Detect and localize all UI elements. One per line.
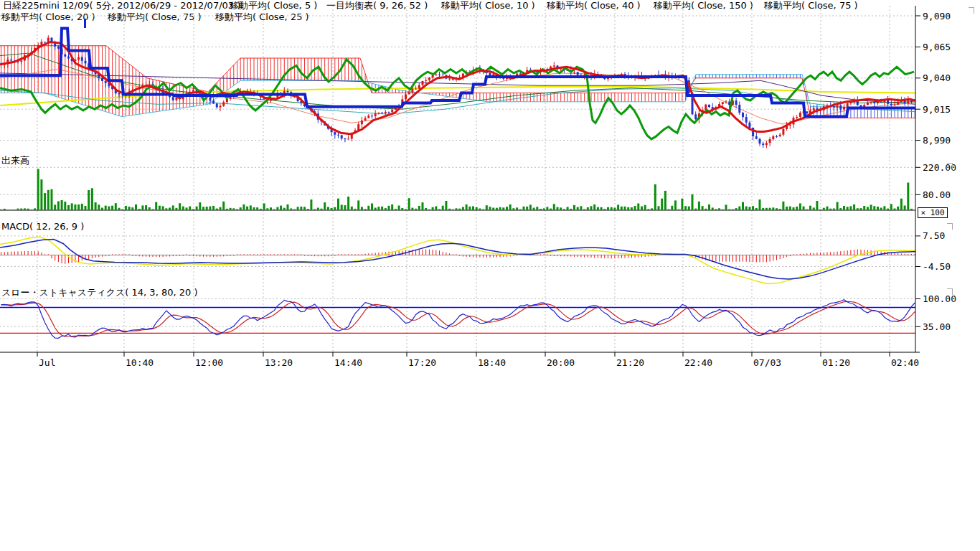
x-axis-label: 21:20 — [616, 357, 644, 368]
pane-corner-mark — [947, 163, 953, 169]
y-axis-label: 100.00 — [923, 293, 956, 304]
x-axis-label: 07/03 — [753, 357, 781, 368]
x-axis-label: 01:20 — [822, 357, 850, 368]
pane-corner-mark — [969, 7, 974, 14]
x-axis-label: 02:40 — [891, 357, 919, 368]
x-axis-label: 17:20 — [408, 357, 436, 368]
y-axis-label: -4.50 — [923, 261, 951, 272]
y-axis-label: 35.00 — [923, 321, 951, 332]
y-axis-label: 9,065 — [923, 42, 951, 52]
x-axis-label: 20:00 — [547, 357, 575, 368]
x-axis-label: 10:40 — [126, 357, 154, 368]
chart-window: 日経225mini 12/09( 5分, 2012/06/29 - 2012/0… — [0, 0, 980, 551]
y-axis-label: 9,040 — [923, 72, 951, 83]
candles-layer — [0, 35, 913, 148]
y-axis-label: 80.00 — [923, 189, 951, 200]
chart-canvas[interactable]: 9,0909,0659,0409,0158,990220.0080.007.50… — [0, 0, 980, 373]
volume-bars — [0, 169, 915, 211]
x-axis-label: 13:20 — [265, 357, 293, 368]
pane-corner-mark — [947, 223, 953, 230]
macd-panel-label: MACD( 12, 26, 9 ) — [1, 222, 84, 231]
y-axis-label: 7.50 — [923, 230, 945, 241]
y-axis-label: 9,015 — [923, 104, 951, 115]
stochastics-panel — [0, 300, 915, 339]
x-axis-label: Jul — [39, 357, 55, 368]
macd-panel — [0, 237, 915, 284]
x-axis-label: 22:40 — [684, 357, 712, 368]
gridlines-layer — [0, 6, 915, 352]
x-axis-label: 14:40 — [334, 357, 362, 368]
x-axis-label: 18:40 — [478, 357, 506, 368]
pane-corner-mark — [947, 288, 953, 295]
volume-panel-label: 出来高 — [1, 156, 29, 165]
axes-layer: 9,0909,0659,0409,0158,990220.0080.007.50… — [0, 6, 956, 368]
x-axis-label: 12:00 — [195, 357, 223, 368]
y-axis-label: 8,990 — [923, 135, 951, 146]
stochastics-panel-label: スロー・ストキャスティクス( 14, 3, 80, 20 ) — [1, 288, 197, 297]
volume-multiplier-badge: × 100 — [918, 207, 948, 218]
y-axis-label: 9,090 — [923, 11, 951, 22]
